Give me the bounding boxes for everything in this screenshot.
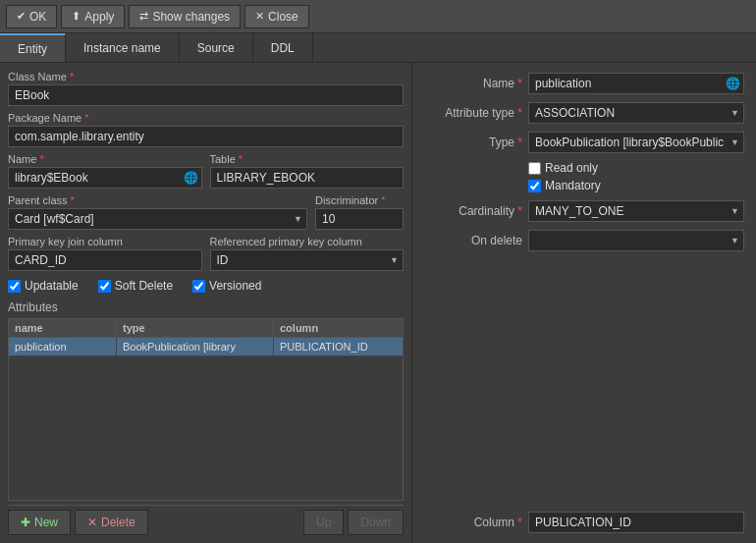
parent-class-group: Parent class * Card [wf$Card] [8,194,307,230]
new-button[interactable]: ✚ New [8,510,71,535]
right-cardinality-select[interactable]: MANY_TO_ONE [528,200,744,222]
ok-button[interactable]: ✔ OK [6,5,57,28]
versioned-label: Versioned [209,279,261,293]
attributes-section: Attributes name type column [8,300,404,535]
read-only-label: Read only [545,161,598,175]
right-name-label: Name * [424,77,522,90]
delete-button[interactable]: ✕ Delete [75,510,148,535]
tab-source[interactable]: Source [180,33,253,62]
right-column-field: Column * [424,512,744,533]
attr-table-header: name type column [9,319,403,338]
discriminator-label: Discriminator * [315,194,404,206]
parent-class-label: Parent class * [8,194,307,206]
right-column-input[interactable] [528,512,744,533]
right-name-input[interactable] [528,73,744,94]
right-cardinality-wrapper: MANY_TO_ONE [528,200,744,222]
parent-class-select[interactable]: Card [wf$Card] [8,208,307,230]
class-name-input[interactable] [8,84,404,106]
attr-table-body: publication BookPublication [library PUB… [9,338,403,500]
mandatory-label: Mandatory [545,179,601,192]
read-only-checkbox-item: Read only [528,161,744,175]
right-name-field: Name * 🌐 [424,73,744,94]
pk-join-group: Primary key join column [8,236,202,271]
table-group: Table * [210,153,405,189]
attr-cell-name: publication [9,338,117,355]
parent-class-select-wrapper: Card [wf$Card] [8,208,307,230]
right-column-value [528,512,744,533]
show-changes-button[interactable]: ⇄ Show changes [129,5,241,28]
pk-join-input[interactable] [8,249,202,271]
apply-button[interactable]: ⬆ Apply [61,5,125,28]
package-name-input[interactable] [8,126,404,147]
soft-delete-label: Soft Delete [115,279,173,293]
bottom-left-buttons: ✚ New ✕ Delete [8,510,148,535]
name-input[interactable] [8,167,202,189]
attr-cell-type: BookPublication [library [117,338,274,355]
right-type-label: Type * [424,136,522,149]
name-label: Name * [8,153,202,165]
updatable-checkbox-item: Updatable [8,279,79,293]
right-attr-type-wrapper: ASSOCIATION [528,102,744,124]
right-on-delete-select[interactable] [528,230,744,251]
pk-join-label: Primary key join column [8,236,202,247]
up-button[interactable]: Up [303,510,344,535]
name-input-wrapper: 🌐 [8,167,202,189]
package-name-label: Package Name * [8,112,404,124]
toolbar: ✔ OK ⬆ Apply ⇄ Show changes ✕ Close [0,0,756,33]
class-name-label: Class Name * [8,71,404,82]
right-type-wrapper: BookPublication [library$BookPublic [528,132,744,153]
right-on-delete-label: On delete [424,234,522,247]
right-checkboxes: Read only Mandatory [528,161,744,192]
attr-col-name: name [9,319,117,337]
ref-pk-select[interactable]: ID [210,249,405,271]
attributes-bottom-bar: ✚ New ✕ Delete Up Down [8,505,404,535]
right-attr-type-select[interactable]: ASSOCIATION [528,102,744,124]
plus-icon: ✚ [21,516,30,529]
attr-cell-column: PUBLICATION_ID [274,338,403,355]
mandatory-checkbox-item: Mandatory [528,179,744,192]
right-on-delete-wrapper [528,230,744,251]
updatable-checkbox[interactable] [8,280,21,293]
close-icon: ✕ [255,10,264,23]
soft-delete-checkbox[interactable] [98,280,111,293]
discriminator-input[interactable] [315,208,404,230]
attributes-table: name type column publication [8,318,404,501]
close-button[interactable]: ✕ Close [244,5,309,28]
tab-entity[interactable]: Entity [0,33,66,62]
parent-discriminator-row: Parent class * Card [wf$Card] Discrimina… [8,194,404,230]
attributes-label: Attributes [8,300,404,314]
right-name-value: 🌐 [528,73,744,94]
bottom-right-buttons: Up Down [303,510,404,535]
check-icon: ✔ [17,10,26,23]
versioned-checkbox-item: Versioned [192,279,261,293]
x-icon: ✕ [87,516,97,529]
tab-bar: Entity Instance name Source DDL [0,33,756,63]
name-group: Name * 🌐 [8,153,202,189]
ref-pk-label: Referenced primary key column [210,236,405,247]
discriminator-group: Discriminator * [315,194,404,230]
table-label: Table * [210,153,405,165]
attr-col-type: type [117,319,274,337]
right-attr-type-field: Attribute type * ASSOCIATION [424,102,744,124]
left-panel: Class Name * Package Name * Name * 🌐 [0,63,412,543]
tab-instance-name[interactable]: Instance name [66,33,180,62]
package-name-group: Package Name * [8,112,404,147]
read-only-checkbox[interactable] [528,162,541,175]
soft-delete-checkbox-item: Soft Delete [98,279,173,293]
diff-icon: ⇄ [139,10,148,23]
right-type-select[interactable]: BookPublication [library$BookPublic [528,132,744,153]
right-on-delete-field: On delete [424,230,744,251]
tab-ddl[interactable]: DDL [253,33,313,62]
globe-icon: 🌐 [184,171,198,185]
flags-row: Updatable Soft Delete Versioned [8,277,404,295]
right-column-label: Column * [424,516,522,529]
versioned-checkbox[interactable] [192,280,205,293]
globe-icon-right: 🌐 [726,77,740,90]
mandatory-checkbox[interactable] [528,180,541,192]
name-table-row: Name * 🌐 Table * [8,153,404,189]
down-button[interactable]: Down [348,510,404,535]
right-attr-type-label: Attribute type * [424,106,522,120]
table-row[interactable]: publication BookPublication [library PUB… [9,338,403,356]
table-input[interactable] [210,167,405,189]
class-name-group: Class Name * [8,71,404,106]
